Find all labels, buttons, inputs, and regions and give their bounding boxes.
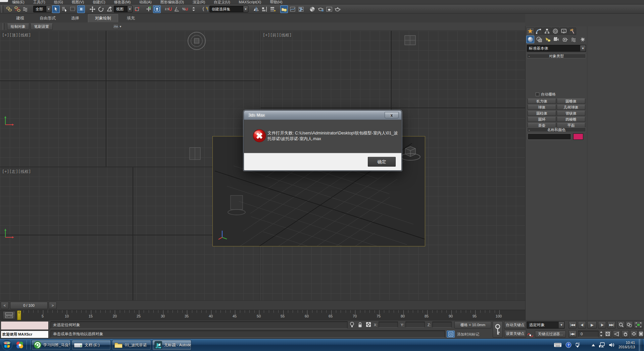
brush-settings-panel-button[interactable]: 笔刷设置 [31,23,53,30]
go-to-end-button[interactable]: ▶▶| [607,321,615,329]
start-button[interactable] [0,339,14,351]
volume-tray-icon[interactable] [609,343,614,347]
help-tray-icon[interactable]: ? [565,342,572,348]
category-systems-icon[interactable] [579,36,587,43]
add-time-tag-label[interactable]: 添加时间标记 [457,332,479,337]
top-viewport-label[interactable]: [+][顶][线框] [2,33,31,38]
zoom-all-icon[interactable] [626,321,633,329]
selection-filter-dropdown[interactable]: 全部▼ [33,6,51,12]
x-coordinate-field[interactable] [379,321,398,328]
edit-named-selection-sets-icon[interactable]: { } [201,5,209,13]
selection-set-scope-dropdown[interactable]: 选定对象▼ [527,321,564,329]
tab-modify[interactable] [535,27,543,35]
tube-button[interactable]: 管状体 [557,111,585,116]
keyboard-tray-icon[interactable] [554,343,561,347]
set-key-button[interactable]: 设置关键点 [504,330,526,338]
menu-edit[interactable]: 编辑(E) [12,0,24,4]
absolute-relative-coords-icon[interactable] [366,322,371,327]
auto-key-button[interactable]: 自动关键点 [504,321,526,329]
object-color-swatch[interactable] [573,133,583,140]
ribbon-tab-populate[interactable]: 填充 [120,14,142,22]
left-viewport-label[interactable]: [+][左][线框] [2,169,31,175]
align-icon[interactable] [260,5,268,13]
ribbon-tab-object-paint[interactable]: 对象绘制 [88,14,118,22]
mirror-icon[interactable] [252,5,260,13]
sphere-button[interactable]: 球体 [528,105,556,110]
cylinder-button[interactable]: 圆柱体 [528,111,556,116]
rendered-frame-window-icon[interactable] [325,5,333,13]
angle-snap-toggle-icon[interactable] [173,5,181,13]
track-bar-ruler[interactable]: 5 10 15 20 25 30 35 40 45 50 55 60 65 70… [17,310,525,320]
taskbar-app-folder[interactable]: 01_波托菲诺 [112,340,151,350]
dialog-close-button[interactable]: x [385,112,399,118]
dope-sheet-icon[interactable] [297,5,305,13]
frame-spinner[interactable] [599,331,603,337]
dialog-title-bar[interactable]: 3ds Max x [244,111,401,120]
percent-snap-toggle-icon[interactable]: % [181,5,189,13]
tab-hierarchy[interactable] [543,27,551,35]
select-and-rotate-icon[interactable] [97,5,105,13]
tray-clock[interactable]: 10:41 2016/1/13 [618,341,635,349]
time-slider-readout[interactable]: 0 / 100 [10,302,48,309]
snaps-toggle-2-5-icon[interactable]: 2.5 [164,5,172,13]
ok-button[interactable]: 确定 [368,157,396,167]
maxscript-listener-welcome[interactable]: 欢迎使用 MAXScr [1,331,49,338]
named-selection-sets-dropdown[interactable]: 创建选择集▼ [209,6,248,12]
select-and-manipulate-icon[interactable] [145,5,152,13]
menu-create[interactable]: 创建(C) [93,0,105,4]
go-to-frame-button[interactable]: |◀▶| [568,330,577,338]
menu-graph-editors[interactable]: 图形编辑器(D) [160,0,184,4]
previous-frame-button[interactable]: ◀| [578,321,586,329]
cone-button[interactable]: 圆锥体 [557,99,585,104]
next-frame-arrow-button[interactable]: > [49,302,57,309]
taskbar-app-drive-e[interactable]: 文档 (E:) [72,340,111,350]
y-coordinate-field[interactable] [405,321,425,328]
render-setup-icon[interactable] [317,5,325,13]
next-frame-button[interactable]: |▶ [598,321,606,329]
go-to-start-button[interactable]: |◀◀ [568,321,577,329]
tab-create[interactable] [526,27,534,35]
menu-rendering[interactable]: 渲染(R) [193,0,205,4]
use-pivot-point-center-icon[interactable] [133,5,141,13]
current-frame-field[interactable]: 0 [578,331,599,337]
pyramid-button[interactable]: 四棱锥 [557,117,585,122]
manage-layers-icon[interactable] [269,5,277,13]
taskbar-app-3dsmax[interactable]: MAX 无标题 - Autode... [152,340,191,350]
play-animation-button[interactable]: ▶ [587,321,597,329]
category-cameras-icon[interactable] [552,36,560,43]
menu-views[interactable]: 视图(V) [72,0,84,4]
category-space-warps-icon[interactable] [570,36,578,43]
menu-group[interactable]: 组(G) [54,0,63,4]
adaptive-degradation-icon[interactable] [350,322,354,328]
select-and-link-icon[interactable] [5,5,13,13]
show-hidden-icons-arrow[interactable] [592,344,595,346]
category-helpers-icon[interactable] [561,36,569,43]
ribbon-tab-freeform[interactable]: 自由形式 [33,14,62,22]
toggle-ribbon-icon[interactable] [280,5,288,13]
geosphere-button[interactable]: 几何球体 [557,105,585,110]
render-production-icon[interactable] [334,5,341,13]
field-of-view-icon[interactable] [613,330,620,338]
ribbon-tab-selection[interactable]: 选择 [64,14,86,22]
orbit-icon[interactable] [630,330,638,338]
set-keys-button[interactable] [493,321,503,338]
taskbar-app-browser[interactable]: 学习问答_马良学... [32,340,70,350]
front-viewport-label[interactable]: [+][前][线框] [263,33,292,38]
window-crossing-toggle-icon[interactable] [77,5,85,13]
bind-to-space-warp-icon[interactable] [22,5,30,13]
z-coordinate-field[interactable] [432,321,452,328]
unlink-selection-icon[interactable] [13,5,21,13]
menu-maxscript[interactable]: MAXScript(X) [239,0,261,4]
default-in-out-tangent-icon[interactable] [527,331,534,337]
select-and-scale-icon[interactable] [105,5,113,13]
menu-animation[interactable]: 动画(A) [139,0,152,4]
paint-objects-panel-button[interactable]: 绘制对象 [7,23,29,30]
category-lights-icon[interactable] [544,36,552,43]
menu-tools[interactable]: 工具(T) [33,0,45,4]
previous-frame-arrow-button[interactable]: < [1,302,9,309]
selection-lock-icon[interactable] [358,322,362,328]
time-slider-handle[interactable]: 0 [17,310,21,320]
box-button[interactable]: 长方体 [528,99,556,104]
keyboard-shortcut-override-icon[interactable] [153,5,161,13]
pinwheel-app-icon[interactable] [14,339,26,351]
